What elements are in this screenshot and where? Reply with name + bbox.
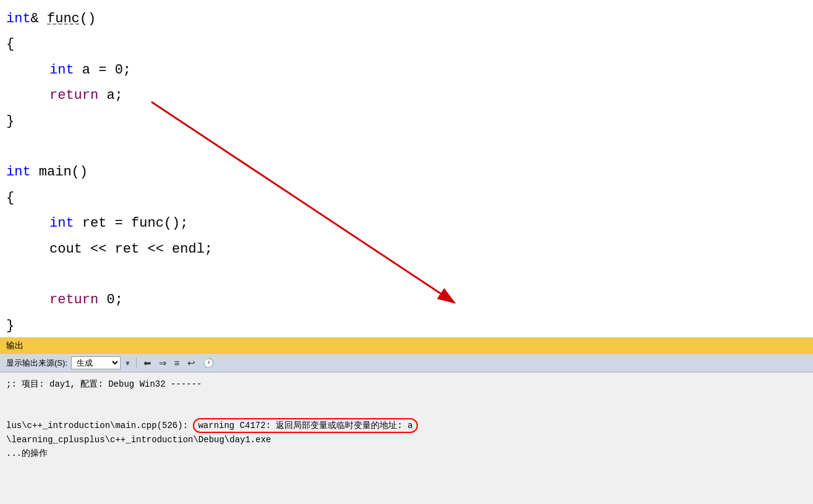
output-panel: 输出 显示输出来源(S): 生成 ▼ ⬅ ⇒ ≡ ↩ 🕐 ;: 项目: day1… [0, 337, 813, 504]
output-source-select[interactable]: 生成 [71, 356, 121, 369]
code-line-1: int& func() [0, 6, 813, 32]
keyword-int-2: int [49, 59, 74, 82]
output-line-1: ;: 项目: day1, 配置: Debug Win32 ------ [6, 377, 807, 391]
toolbar-btn-lines[interactable]: ≡ [172, 358, 182, 368]
code-line-13: } [0, 313, 813, 337]
func-call: func [131, 212, 164, 235]
code-text: ret = [74, 212, 131, 235]
output-line-6: ...的操作 [6, 447, 807, 460]
func-name-1: func [47, 7, 80, 30]
code-text: cout << ret << endl; [49, 238, 213, 261]
output-line-5: \learning_cplusplus\c++_introduction\Deb… [6, 433, 807, 447]
output-line-3 [6, 405, 807, 419]
code-line-5: } [0, 109, 813, 134]
brace-close-1: } [6, 110, 14, 133]
code-line-3: int a = 0; [0, 57, 813, 83]
num-zero: 0 [115, 59, 123, 82]
keyword-int-4: int [49, 212, 74, 235]
code-line-8: { [0, 185, 813, 211]
code-text: () [80, 7, 96, 30]
output-line-2 [6, 391, 807, 405]
keyword-int-3: int [6, 161, 31, 183]
brace-close-2: } [6, 314, 14, 337]
toolbar-btn-align-left[interactable]: ⬅ [142, 358, 153, 369]
toolbar-separator-1 [136, 358, 137, 369]
code-line-11 [0, 262, 813, 287]
code-text: main() [31, 161, 88, 183]
num-zero-2: 0 [106, 288, 114, 311]
output-titlebar: 输出 [0, 338, 813, 354]
code-line-6 [0, 134, 813, 159]
warning-highlight: warning C4172: 返回局部变量或临时变量的地址: a [193, 418, 417, 433]
code-text: a; [98, 84, 123, 107]
code-text: a = [74, 59, 115, 82]
output-title-label: 输出 [6, 340, 23, 350]
toolbar-btn-align-right[interactable]: ⇒ [157, 358, 169, 369]
toolbar-dropdown-arrow: ▼ [124, 359, 131, 367]
code-text: ; [123, 59, 131, 82]
code-line-4: return a; [0, 83, 813, 108]
code-editor: int& func() { int a = 0; return a; } int… [0, 0, 813, 337]
output-source-label: 显示输出来源(S): [6, 358, 67, 369]
code-text: ; [115, 288, 123, 311]
output-toolbar: 显示输出来源(S): 生成 ▼ ⬅ ⇒ ≡ ↩ 🕐 [0, 354, 813, 372]
brace-open-1: { [6, 33, 14, 56]
toolbar-btn-clock[interactable]: 🕐 [201, 358, 216, 369]
keyword-return-1: return [49, 84, 98, 107]
keyword-int-1: int [6, 7, 31, 30]
brace-open-2: { [6, 187, 14, 209]
code-line-7: int main() [0, 159, 813, 185]
output-line-4: lus\c++_introduction\main.cpp(526): warn… [6, 419, 807, 432]
code-line-2: { [0, 32, 813, 57]
code-text [98, 288, 106, 311]
code-text: (); [164, 212, 189, 235]
code-line-9: int ret = func(); [0, 211, 813, 236]
output-content: ;: 项目: day1, 配置: Debug Win32 ------ lus\… [0, 372, 813, 504]
toolbar-btn-wrap[interactable]: ↩ [185, 358, 197, 369]
code-line-12: return 0; [0, 287, 813, 313]
keyword-return-2: return [49, 288, 98, 311]
code-text: & [31, 7, 47, 30]
code-line-10: cout << ret << endl; [0, 237, 813, 262]
